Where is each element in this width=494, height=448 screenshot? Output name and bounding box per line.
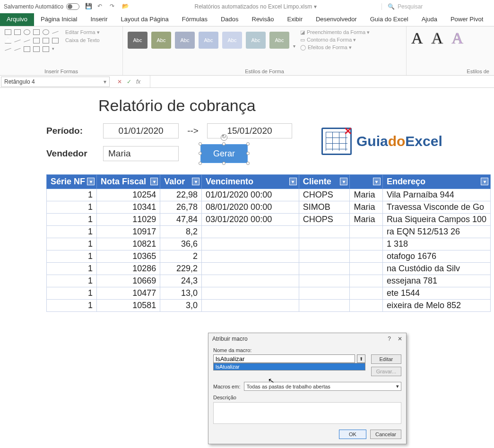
macros-in-combo[interactable]: Todas as pastas de trabalho abertas ▾: [244, 382, 401, 391]
resize-handle-icon[interactable]: [246, 162, 250, 165]
col-vencimento[interactable]: Vencimento▾: [202, 175, 299, 189]
cell-venc[interactable]: [202, 287, 299, 300]
vendor-cell[interactable]: Maria: [103, 146, 179, 161]
cell-nf[interactable]: 10477: [97, 287, 160, 300]
cell-serie[interactable]: 1: [47, 300, 97, 312]
formula-input[interactable]: [150, 76, 494, 87]
reference-picker-icon[interactable]: ⬆: [357, 354, 365, 363]
wordart-style-icon[interactable]: A: [432, 29, 443, 47]
worksheet[interactable]: Relatório de cobrança Período: 01/01/202…: [0, 88, 494, 312]
cell-end[interactable]: Vila Parnaíba 944: [382, 189, 490, 201]
redo-icon[interactable]: ↷: [110, 3, 117, 10]
cell-serie[interactable]: 1: [47, 238, 97, 250]
cell-cliente[interactable]: CHOPS: [299, 214, 350, 226]
cell-nf[interactable]: 10821: [97, 238, 160, 250]
cancel-formula-icon[interactable]: ✕: [117, 78, 122, 85]
cell-valor[interactable]: 24,3: [160, 275, 202, 287]
brace-shape-icon[interactable]: [33, 46, 40, 52]
cell-serie[interactable]: 1: [47, 250, 97, 263]
style-tile[interactable]: Abc: [151, 32, 171, 49]
ellipse-shape-icon[interactable]: [43, 29, 49, 35]
tab-formulas[interactable]: Fórmulas: [175, 13, 214, 26]
table-row[interactable]: 11047713,0ete 1544: [47, 287, 491, 300]
col-cliente[interactable]: Cliente▾: [299, 175, 350, 189]
filter-dropdown-icon[interactable]: ▾: [87, 178, 95, 185]
filter-dropdown-icon[interactable]: ▾: [192, 178, 199, 185]
cell-nf[interactable]: 10365: [97, 250, 160, 263]
cell-vend[interactable]: Maria: [350, 189, 382, 201]
cell-serie[interactable]: 1: [47, 263, 97, 275]
cell-valor[interactable]: 26,78: [160, 201, 202, 214]
shape-style-gallery[interactable]: Abc Abc Abc Abc Abc Abc Abc ▾: [128, 32, 295, 49]
cell-cliente[interactable]: CHOPS: [299, 189, 350, 201]
cell-nf[interactable]: 10341: [97, 201, 160, 214]
col-nf[interactable]: Nota Fiscal▾: [97, 175, 160, 189]
style-tile[interactable]: Abc: [128, 32, 147, 49]
fx-icon[interactable]: fx: [136, 78, 140, 85]
cell-serie[interactable]: 1: [47, 189, 97, 201]
shape-fill-button[interactable]: Preenchimento da Forma ▾: [307, 29, 370, 35]
resize-handle-icon[interactable]: [199, 142, 202, 146]
style-tile[interactable]: Abc: [175, 32, 195, 49]
autosave-toggle[interactable]: Salvamento Automático: [4, 3, 79, 10]
resize-handle-icon[interactable]: [222, 162, 225, 165]
table-row[interactable]: 11082136,61 318: [47, 238, 491, 250]
table-row[interactable]: 1103652otafogo 1676: [47, 250, 491, 263]
cell-cliente[interactable]: [299, 263, 350, 275]
list-item[interactable]: lsAtualizar: [214, 363, 365, 370]
line-shape-icon[interactable]: [52, 31, 58, 34]
cell-vend[interactable]: [350, 238, 382, 250]
tab-dados[interactable]: Dados: [214, 13, 245, 26]
style-tile[interactable]: Abc: [269, 32, 289, 49]
cell-end[interactable]: 1 318: [382, 238, 490, 250]
more-shapes-icon[interactable]: ▾: [52, 46, 61, 54]
table-row[interactable]: 110286229,2na Custódio da Silv: [47, 263, 491, 275]
enter-formula-icon[interactable]: ✓: [127, 78, 131, 85]
curve-shape-icon[interactable]: [14, 48, 20, 51]
cell-venc[interactable]: [202, 263, 299, 275]
dialog-titlebar[interactable]: Atribuir macro ? ✕: [208, 333, 406, 345]
generate-button[interactable]: Gerar: [200, 144, 248, 163]
chevron-down-icon[interactable]: ▾: [396, 383, 399, 389]
filter-dropdown-icon[interactable]: ▾: [340, 178, 347, 185]
cell-serie[interactable]: 1: [47, 287, 97, 300]
cell-cliente[interactable]: [299, 287, 350, 300]
cell-cliente[interactable]: [299, 250, 350, 263]
cell-venc[interactable]: 01/01/2020 00:00: [202, 189, 299, 201]
cell-end[interactable]: otafogo 1676: [382, 250, 490, 263]
cell-cliente[interactable]: [299, 238, 350, 250]
record-button[interactable]: Gravar...: [371, 367, 401, 376]
cell-valor[interactable]: 22,98: [160, 189, 202, 201]
tab-exibir[interactable]: Exibir: [280, 13, 309, 26]
tab-layout[interactable]: Layout da Página: [114, 13, 175, 26]
triangle-shape-icon[interactable]: [5, 38, 11, 43]
shape-outline-button[interactable]: Contorno da Forma ▾: [307, 37, 356, 43]
shape-effects-button[interactable]: Efeitos de Forma ▾: [308, 44, 352, 51]
cell-vend[interactable]: Maria: [350, 214, 382, 226]
search-box[interactable]: 🔍 Pesquisar: [381, 3, 490, 10]
cell-end[interactable]: Rua Siqueira Campos 100: [382, 214, 490, 226]
cell-serie[interactable]: 1: [47, 214, 97, 226]
cell-valor[interactable]: 47,84: [160, 214, 202, 226]
cell-venc[interactable]: [202, 275, 299, 287]
cell-end[interactable]: ra EQN 512/513 26: [382, 226, 490, 238]
cell-vend[interactable]: [350, 263, 382, 275]
rect-shape-icon[interactable]: [33, 29, 40, 35]
cell-end[interactable]: ete 1544: [382, 287, 490, 300]
gallery-more-icon[interactable]: ▾: [293, 43, 295, 49]
cell-end[interactable]: Travessa Visconde de Go: [382, 201, 490, 214]
cell-venc[interactable]: [202, 238, 299, 250]
resize-handle-icon[interactable]: [246, 152, 250, 155]
table-row[interactable]: 11034126,7808/01/2020 00:00SIMOBMariaTra…: [47, 201, 491, 214]
ok-button[interactable]: OK: [339, 430, 366, 439]
star-shape-icon[interactable]: [43, 46, 49, 52]
cell-nf[interactable]: 10254: [97, 189, 160, 201]
cell-vend[interactable]: [350, 300, 382, 312]
cell-cliente[interactable]: [299, 275, 350, 287]
style-tile[interactable]: Abc: [246, 32, 266, 49]
help-icon[interactable]: ?: [388, 336, 391, 342]
cell-vend[interactable]: [350, 287, 382, 300]
cell-serie[interactable]: 1: [47, 226, 97, 238]
rect-shape-icon[interactable]: [33, 38, 40, 43]
cell-nf[interactable]: 10286: [97, 263, 160, 275]
